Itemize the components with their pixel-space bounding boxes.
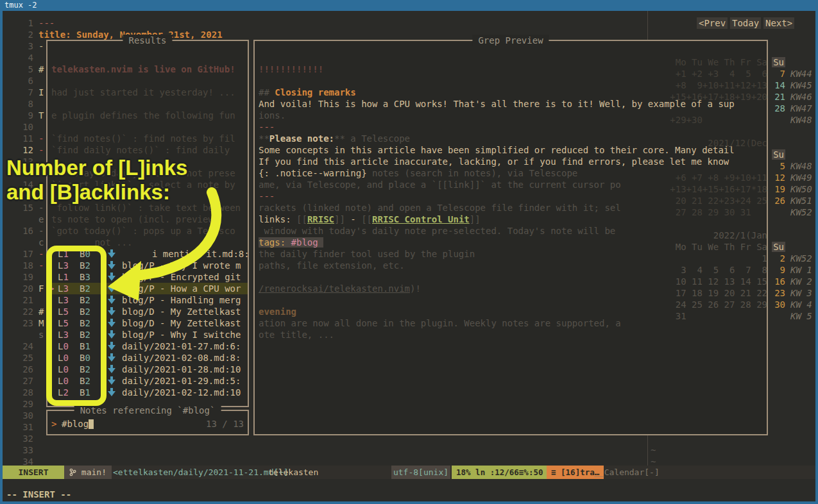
preview-line: paths, file extension, etc. bbox=[259, 260, 405, 271]
buffer-char: - bbox=[38, 225, 44, 237]
screen: ---title: Sunday, November 21st, 2021 12… bbox=[3, 11, 815, 501]
calendar-sunday-date[interactable]: 26 bbox=[770, 195, 785, 206]
calendar-sunday-date[interactable]: 16 bbox=[770, 276, 785, 287]
results-ghost-line: `find daily notes()` : find daily bbox=[51, 144, 230, 156]
preview-line: tags: #blog bbox=[259, 237, 323, 248]
calendar-sunday-date[interactable]: 9 bbox=[770, 264, 785, 276]
calendar-sunday-header: Su bbox=[770, 56, 785, 68]
line-number: 1 bbox=[13, 17, 33, 29]
calendar-sunday-date[interactable]: 30 bbox=[770, 299, 785, 310]
download-arrow-icon bbox=[108, 376, 115, 385]
preview-segment: ame, via Telescope, and place a `[[link]… bbox=[259, 180, 621, 190]
download-arrow-icon bbox=[108, 365, 115, 374]
preview-segment: /renerocksai/telekasten.nvim bbox=[259, 283, 410, 294]
preview-segment: rackets (linked note) and open a Telesco… bbox=[259, 203, 621, 213]
result-item-label: daily/2021-02-08.md:8: bbox=[122, 352, 241, 364]
calendar-today-button[interactable]: Today bbox=[730, 17, 761, 29]
preview-segment: If you find this article inaccurate, lac… bbox=[259, 156, 729, 167]
line-number: 28 bbox=[13, 387, 33, 398]
buffer-char: # bbox=[38, 306, 44, 317]
line-number: 8 bbox=[13, 98, 33, 110]
preview-line: If you find this article inaccurate, lac… bbox=[259, 156, 729, 167]
calendar-week-days: 31 bbox=[663, 310, 767, 322]
line-number: 29 bbox=[13, 398, 33, 410]
preview-line: links: [[RRISC]] - [[RRISC Control Unit]… bbox=[259, 214, 481, 225]
buffer-char: - bbox=[38, 260, 44, 271]
preview-line: {: .notice--warning} notes (search in no… bbox=[259, 167, 577, 179]
preview-segment: {: .notice--warning} bbox=[259, 168, 367, 178]
line-number: 25 bbox=[13, 352, 33, 364]
calendar-sunday-date[interactable]: 28 bbox=[770, 103, 785, 114]
calendar-week-days: 10 11 12 13 14 15 bbox=[663, 276, 767, 287]
buffer-char: - bbox=[38, 40, 44, 52]
calendar-prev-button[interactable]: <Prev bbox=[697, 17, 728, 29]
preview-line: --- bbox=[259, 121, 275, 133]
download-arrow-icon bbox=[108, 307, 115, 316]
preview-segment: ote title, ... bbox=[259, 330, 334, 340]
results-ghost-line: telekasten.nvim is live on GitHub! bbox=[51, 63, 235, 75]
preview-line: ation are now all done in the plugin. We… bbox=[259, 317, 621, 329]
preview-line: /renerocksai/telekasten.nvim)! bbox=[259, 283, 421, 294]
calendar-sunday-date[interactable]: 12 bbox=[770, 172, 785, 183]
buffer-char: M bbox=[38, 317, 44, 329]
calendar-week-number: KW52 bbox=[790, 253, 812, 264]
preview-segment: [[ bbox=[296, 214, 307, 224]
line-number: 3 bbox=[13, 40, 33, 52]
preview-segment: !!!!!!!!!!!! bbox=[259, 64, 323, 74]
preview-title: Grep Preview bbox=[472, 35, 549, 46]
results-ghost-line: had just started it yesterday! ... bbox=[51, 87, 235, 98]
calendar-week-number: KW44 bbox=[790, 68, 812, 80]
calendar-week-number: KW48 bbox=[790, 160, 812, 172]
calendar-week-days: +1 +2 +3 4 5 6 bbox=[663, 68, 767, 80]
calendar-week-number: KW 3 bbox=[790, 287, 812, 299]
calendar-week-days: 27 28 29 30 31 bbox=[663, 206, 767, 218]
calendar-week-days: Mo Tu We Th Fr Sa bbox=[663, 56, 767, 68]
line-number: 22 bbox=[13, 306, 33, 317]
calendar-week-number: KW45 bbox=[790, 80, 812, 91]
preview-segment: RRISC Control Unit bbox=[372, 214, 470, 224]
buffer-char: - bbox=[38, 133, 44, 144]
result-item-label: blog/D - My Zettelkast bbox=[122, 317, 241, 329]
buffer-char: - bbox=[38, 144, 44, 156]
line-number: 31 bbox=[13, 421, 33, 433]
preview-segment: links: bbox=[259, 214, 296, 224]
calendar-window-status: __Calendar[-] bbox=[594, 466, 660, 479]
preview-segment: RRISC bbox=[307, 214, 334, 224]
calendar-sunday-date[interactable]: 19 bbox=[770, 183, 785, 195]
calendar-week-number: KW 1 bbox=[790, 264, 812, 276]
calendar-sunday-date[interactable]: 14 bbox=[770, 80, 785, 91]
calendar-sunday-date[interactable]: 7 bbox=[770, 68, 785, 80]
calendar-sunday-date[interactable]: 21 bbox=[770, 91, 785, 103]
search-input[interactable]: #blog bbox=[62, 418, 89, 430]
result-item-label: daily/2021-01-27.md:6: bbox=[122, 340, 241, 352]
plugin-name: telekasten bbox=[268, 466, 318, 479]
calendar-week-days: +6 +7 +8 +9+10+11 bbox=[663, 172, 767, 183]
preview-segment: #blog bbox=[291, 237, 318, 248]
line-number: 11 bbox=[13, 133, 33, 144]
calendar-sunday-date[interactable]: 23 bbox=[770, 287, 785, 299]
preview-line: **Please note:** a Telescope bbox=[259, 133, 410, 144]
download-arrow-icon bbox=[108, 353, 115, 362]
buffer-char: e bbox=[38, 214, 44, 225]
line-number: 27 bbox=[13, 375, 33, 387]
calendar-sunday-date[interactable]: 5 bbox=[770, 160, 785, 172]
calendar-week-days: +15+16+17+18+19+20 bbox=[663, 91, 767, 103]
calendar-week-number: KW 2 bbox=[790, 276, 812, 287]
preview-segment: ## bbox=[259, 87, 275, 97]
calendar-week-days: +8 9+10+11+12+13 bbox=[663, 80, 767, 91]
line-number: 24 bbox=[13, 340, 33, 352]
file-path: <ettelkasten/daily/2021-11-21.md[+] bbox=[113, 466, 289, 479]
calendar-month-header: 2021/12(Dec bbox=[663, 137, 767, 149]
buffer-char: # bbox=[38, 63, 44, 75]
preview-line: ame, via Telescope, and place a `[[link]… bbox=[259, 179, 621, 190]
line-number: 10 bbox=[13, 121, 33, 133]
preview-segment: evening bbox=[259, 307, 296, 317]
preview-line: evening bbox=[259, 306, 296, 317]
calendar-week-days: 24 25 26 27 28 29 bbox=[663, 299, 767, 310]
preview-segment: window with today's daily note pre-selec… bbox=[259, 226, 615, 236]
mode-message: -- INSERT -- bbox=[6, 489, 71, 500]
line-number: 17 bbox=[13, 248, 33, 260]
line-number: 12 bbox=[13, 144, 33, 156]
calendar-sunday-date[interactable]: 2 bbox=[770, 253, 785, 264]
calendar-next-button[interactable]: Next> bbox=[763, 17, 794, 29]
